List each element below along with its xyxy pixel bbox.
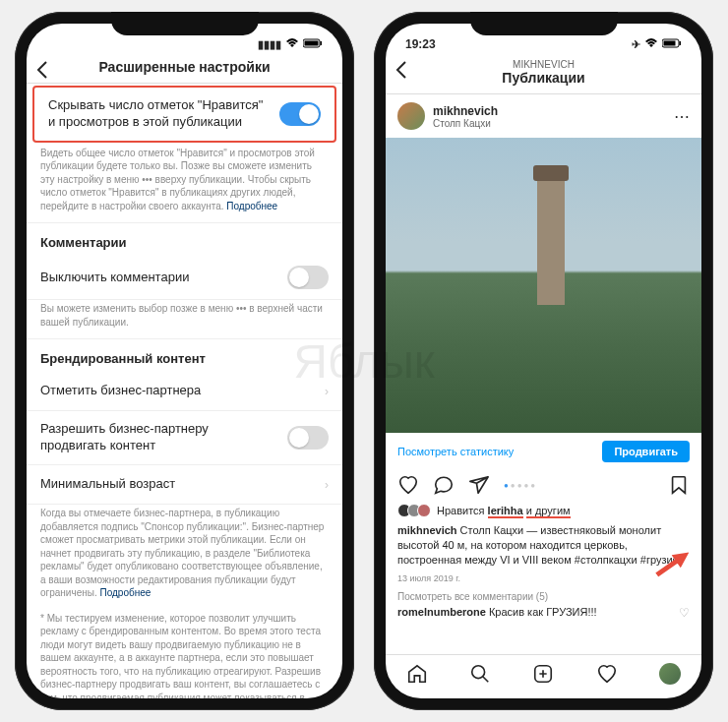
tag-partner-label: Отметить бизнес-партнера xyxy=(40,383,201,399)
disable-comments-toggle[interactable] xyxy=(287,266,329,289)
post-username[interactable]: mikhnevich xyxy=(433,104,498,118)
notch xyxy=(111,12,259,35)
tag-partner-row[interactable]: Отметить бизнес-партнера › xyxy=(27,372,342,411)
post-photo[interactable] xyxy=(386,138,701,433)
min-age-row[interactable]: Минимальный возраст › xyxy=(27,465,342,505)
phone-left: ▮▮▮▮ Расширенные настройки Скрывать числ… xyxy=(15,12,354,710)
profile-nav-icon[interactable] xyxy=(659,663,681,685)
svg-point-6 xyxy=(472,666,485,679)
allow-promote-toggle[interactable] xyxy=(287,426,329,450)
chevron-right-icon: › xyxy=(325,385,329,398)
navbar: MIKHNEVICH Публикации xyxy=(386,53,701,94)
branded-section-title: Брендированный контент xyxy=(27,339,342,372)
status-icons: ✈ xyxy=(632,38,682,51)
liked-by-user: lerihha xyxy=(488,505,523,518)
chevron-right-icon: › xyxy=(325,478,329,492)
carousel-dots: ●●●●● xyxy=(504,481,654,490)
view-stats-link[interactable]: Посмотреть статистику xyxy=(397,446,514,457)
comments-helper: Вы можете изменить выбор позже в меню ••… xyxy=(27,300,342,338)
pillar-shape xyxy=(537,175,565,305)
nav-subtitle: MIKHNEVICH xyxy=(386,59,701,70)
bookmark-icon[interactable] xyxy=(668,474,690,496)
navbar: Расширенные настройки xyxy=(27,53,342,84)
comment-icon[interactable] xyxy=(433,474,455,496)
page-title: Расширенные настройки xyxy=(27,59,342,75)
activity-icon[interactable] xyxy=(596,663,618,685)
comment-like-icon[interactable]: ♡ xyxy=(679,606,690,620)
post-location[interactable]: Столп Кацхи xyxy=(433,118,498,129)
status-icons: ▮▮▮▮ xyxy=(258,38,323,51)
stats-row: Посмотреть статистику Продвигать xyxy=(386,433,701,470)
hide-likes-toggle[interactable] xyxy=(279,102,321,126)
allow-promote-row[interactable]: Разрешить бизнес-партнеру продвигать кон… xyxy=(27,411,342,465)
status-time: 19:23 xyxy=(405,37,436,51)
highlight-box: Скрывать число отметок "Нравится" и прос… xyxy=(32,86,336,143)
phone-right: 19:23 ✈ MIKHNEVICH Публикации xyxy=(374,12,713,710)
home-icon[interactable] xyxy=(406,663,428,685)
search-nav-icon[interactable] xyxy=(469,663,491,685)
bottom-nav xyxy=(386,654,701,698)
wifi-icon xyxy=(285,38,299,51)
battery-icon xyxy=(303,38,323,51)
svg-rect-2 xyxy=(305,41,319,46)
disable-comments-label: Выключить комментарии xyxy=(40,270,189,286)
share-icon[interactable] xyxy=(468,474,490,496)
back-button[interactable] xyxy=(395,61,406,79)
like-icon[interactable] xyxy=(397,474,419,496)
settings-screen: ▮▮▮▮ Расширенные настройки Скрывать числ… xyxy=(27,24,342,698)
svg-rect-5 xyxy=(664,41,676,46)
learn-more-link[interactable]: Подробнее xyxy=(99,587,151,598)
branded-helper: Когда вы отмечаете бизнес-партнера, в пу… xyxy=(27,505,342,610)
battery-icon xyxy=(662,38,682,51)
new-post-icon[interactable] xyxy=(532,663,554,685)
nav-title: Публикации xyxy=(386,70,701,86)
comment-row: romelnumberone Красив как ГРУЗИЯ!!! ♡ xyxy=(386,604,701,622)
wifi-icon xyxy=(644,38,658,51)
post-header: mikhnevich Столп Кацхи ⋯ xyxy=(386,94,701,138)
allow-promote-label: Разрешить бизнес-партнеру продвигать кон… xyxy=(40,421,277,454)
svg-rect-1 xyxy=(321,41,323,45)
min-age-label: Минимальный возраст xyxy=(40,476,175,493)
action-icons: ●●●●● xyxy=(386,470,701,502)
learn-more-link[interactable]: Подробнее xyxy=(226,201,277,211)
airplane-icon: ✈ xyxy=(632,38,640,51)
hide-likes-label: Скрывать число отметок "Нравится" и прос… xyxy=(48,97,270,131)
post-caption: mikhnevich Столп Кацхи — известняковый м… xyxy=(386,519,701,572)
hide-likes-helper: Видеть общее число отметок "Нравится" и … xyxy=(27,145,342,223)
hide-likes-row[interactable]: Скрывать число отметок "Нравится" и прос… xyxy=(34,88,334,141)
more-icon[interactable]: ⋯ xyxy=(674,107,690,126)
like-avatars xyxy=(397,504,431,517)
view-comments-link[interactable]: Посмотреть все комментарии (5) xyxy=(386,585,701,604)
test-helper: * Мы тестируем изменение, которое позвол… xyxy=(27,610,342,698)
avatar[interactable] xyxy=(397,102,425,130)
post-date: 13 июля 2019 г. xyxy=(386,572,701,585)
disable-comments-row[interactable]: Выключить комментарии xyxy=(27,256,342,300)
svg-rect-4 xyxy=(680,41,682,45)
signal-icon: ▮▮▮▮ xyxy=(258,38,281,51)
likes-row[interactable]: Нравится lerihha и другим xyxy=(386,502,701,519)
comments-section-title: Комментарии xyxy=(27,223,342,256)
promote-button[interactable]: Продвигать xyxy=(602,441,690,462)
post-screen: 19:23 ✈ MIKHNEVICH Публикации xyxy=(386,24,701,698)
notch xyxy=(470,12,618,35)
back-button[interactable] xyxy=(36,61,47,79)
